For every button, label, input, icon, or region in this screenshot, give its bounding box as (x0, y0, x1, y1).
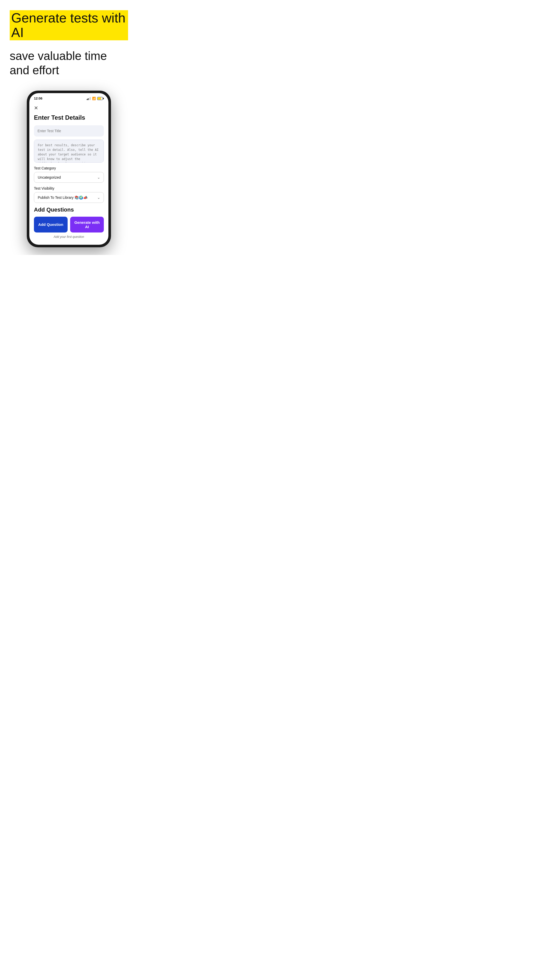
close-button[interactable]: ✕ (34, 105, 38, 111)
screen-content: ✕ Enter Test Details Test Category Uncat… (29, 102, 108, 239)
headline-highlight: Generate tests with AI (10, 10, 128, 40)
phone-frame: 12:06 📶 ⚡ (27, 91, 111, 247)
add-first-question-hint: Add your first question (34, 235, 104, 239)
category-label: Test Category (34, 166, 104, 170)
form-title: Enter Test Details (34, 114, 104, 121)
button-row: Add Question Generate with AI (34, 217, 104, 232)
visibility-select-wrapper[interactable]: Publish To Test Library 📚🌍📣 ⌄ (34, 192, 104, 203)
add-questions-title: Add Questions (34, 207, 104, 213)
visibility-select[interactable]: Publish To Test Library 📚🌍📣 (34, 192, 104, 203)
description-textarea[interactable] (34, 140, 104, 162)
test-title-input[interactable] (34, 125, 104, 137)
category-select-wrapper[interactable]: Uncategorized ⌄ (34, 172, 104, 183)
battery-icon: ⚡ (97, 97, 104, 100)
header-section: Generate tests with AI (0, 0, 138, 46)
visibility-label: Test Visibility (34, 186, 104, 190)
status-bar: 12:06 📶 ⚡ (29, 93, 108, 102)
subheadline: save valuable time and effort (0, 49, 138, 77)
page-wrapper: Generate tests with AI save valuable tim… (0, 0, 138, 255)
signal-icon (87, 97, 91, 100)
status-icons: 📶 ⚡ (87, 97, 104, 100)
wifi-icon: 📶 (92, 97, 96, 100)
status-time: 12:06 (34, 97, 42, 100)
phone-container: 12:06 📶 ⚡ (0, 91, 138, 255)
generate-ai-button[interactable]: Generate with AI (70, 217, 104, 232)
category-select[interactable]: Uncategorized (34, 172, 104, 183)
phone-screen: ✕ Enter Test Details Test Category Uncat… (29, 102, 108, 245)
headline-text: Generate tests with AI (11, 11, 125, 40)
add-question-button[interactable]: Add Question (34, 217, 68, 232)
